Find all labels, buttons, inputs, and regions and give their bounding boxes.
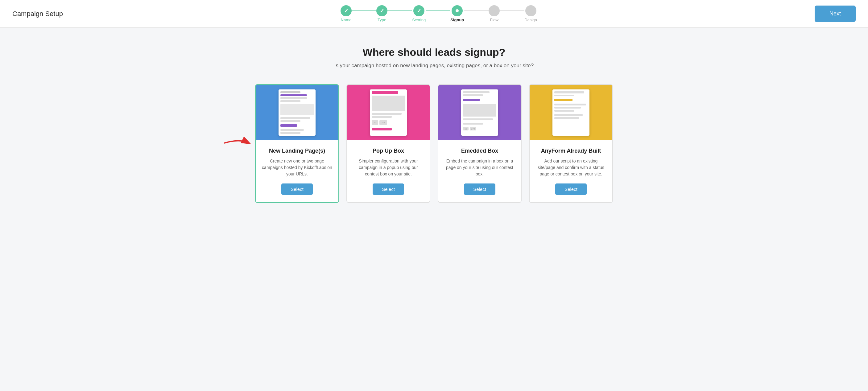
next-button[interactable]: Next bbox=[815, 5, 856, 22]
select-button-popup[interactable]: Select bbox=[373, 184, 404, 195]
step-flow-label: Flow bbox=[490, 18, 498, 22]
card-image-embedded: 12 270 bbox=[438, 85, 521, 140]
step-signup: Signup bbox=[451, 5, 464, 22]
step-type-circle bbox=[376, 5, 388, 17]
cards-grid: New Landing Page(s) Create new one or tw… bbox=[255, 84, 613, 203]
step-scoring: Scoring bbox=[412, 5, 426, 22]
card-embedded: 12 270 Emedded Box Embed the campaign in… bbox=[438, 84, 522, 203]
page-subheading: Is your campaign hosted on new landing p… bbox=[255, 63, 613, 69]
step-line-1 bbox=[352, 10, 376, 11]
card-body-new-landing: New Landing Page(s) Create new one or tw… bbox=[256, 140, 338, 202]
stepper: Name Type Scoring Signup bbox=[341, 5, 537, 22]
step-scoring-circle bbox=[413, 5, 425, 17]
header: Campaign Setup Name Type Scoring bbox=[0, 0, 868, 28]
step-scoring-label: Scoring bbox=[412, 18, 426, 22]
card-new-landing: New Landing Page(s) Create new one or tw… bbox=[255, 84, 339, 203]
mock-screen-3: 12 270 bbox=[461, 90, 498, 136]
main-content: Where should leads signup? Is your campa… bbox=[249, 28, 619, 221]
select-button-new-landing[interactable]: Select bbox=[281, 184, 313, 195]
card-title-new-landing: New Landing Page(s) bbox=[269, 148, 325, 154]
step-name-circle bbox=[341, 5, 352, 17]
mock-screen-2: 12 218 bbox=[370, 90, 407, 136]
step-line-3 bbox=[426, 10, 451, 11]
select-button-embedded[interactable]: Select bbox=[464, 184, 495, 195]
step-flow-circle bbox=[489, 5, 500, 17]
step-type: Type bbox=[376, 5, 388, 22]
step-flow: Flow bbox=[489, 5, 500, 22]
card-image-new-landing bbox=[256, 85, 338, 140]
card-popup: 12 218 Pop Up Box Simpler configuration … bbox=[346, 84, 430, 203]
mock-screen-4 bbox=[553, 90, 589, 136]
step-signup-label: Signup bbox=[451, 18, 464, 22]
check-icon-2 bbox=[380, 7, 384, 14]
step-line-5 bbox=[500, 10, 524, 11]
dot-icon bbox=[456, 9, 459, 12]
card-body-embedded: Emedded Box Embed the campaign in a box … bbox=[438, 140, 521, 202]
card-title-anyform: AnyForm Already Built bbox=[541, 148, 601, 154]
check-icon-3 bbox=[417, 7, 421, 14]
cards-wrapper: New Landing Page(s) Create new one or tw… bbox=[255, 84, 613, 203]
card-desc-embedded: Embed the campaign in a box on a page on… bbox=[444, 158, 515, 177]
step-design: Design bbox=[524, 5, 537, 22]
step-signup-circle bbox=[452, 5, 463, 17]
card-title-embedded: Emedded Box bbox=[461, 148, 498, 154]
card-desc-new-landing: Create new one or two page campaigns hos… bbox=[262, 158, 332, 177]
step-line-2 bbox=[388, 10, 412, 11]
step-type-label: Type bbox=[377, 18, 386, 22]
card-anyform: AnyForm Already Built Add our script to … bbox=[529, 84, 613, 203]
step-line-4 bbox=[464, 10, 489, 11]
check-icon bbox=[344, 7, 348, 14]
step-name: Name bbox=[341, 5, 352, 22]
step-name-label: Name bbox=[341, 18, 352, 22]
card-image-anyform bbox=[530, 85, 612, 140]
selection-arrow bbox=[221, 135, 252, 152]
card-title-popup: Pop Up Box bbox=[373, 148, 404, 154]
card-image-popup: 12 218 bbox=[347, 85, 430, 140]
arrow-svg bbox=[221, 135, 252, 151]
step-design-circle bbox=[525, 5, 536, 17]
card-body-popup: Pop Up Box Simpler configuration with yo… bbox=[347, 140, 430, 202]
mock-screen-1 bbox=[279, 90, 315, 136]
select-button-anyform[interactable]: Select bbox=[555, 184, 587, 195]
page-heading: Where should leads signup? bbox=[255, 46, 613, 58]
step-design-label: Design bbox=[524, 18, 537, 22]
card-desc-anyform: Add our script to an existing site/page … bbox=[536, 158, 606, 177]
page-title: Campaign Setup bbox=[12, 10, 63, 18]
card-desc-popup: Simpler configuration with your campaign… bbox=[353, 158, 424, 177]
card-body-anyform: AnyForm Already Built Add our script to … bbox=[530, 140, 612, 202]
